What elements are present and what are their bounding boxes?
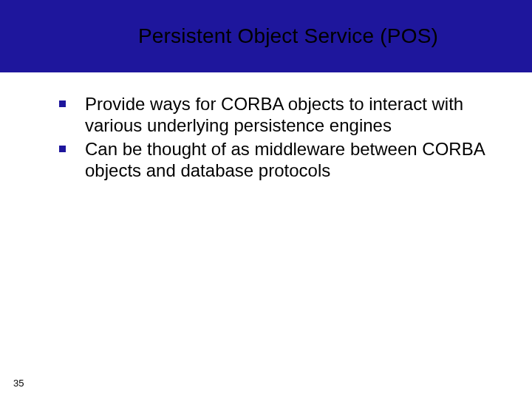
- bullet-icon: [59, 100, 66, 107]
- list-item: Provide ways for CORBA objects to intera…: [59, 93, 502, 137]
- bullet-text: Provide ways for CORBA objects to intera…: [85, 93, 502, 137]
- list-item: Can be thought of as middleware between …: [59, 138, 502, 182]
- title-band: Persistent Object Service (POS): [0, 0, 532, 72]
- slide-title: Persistent Object Service (POS): [138, 24, 438, 48]
- slide-number: 35: [13, 378, 24, 389]
- content-area: Provide ways for CORBA objects to intera…: [0, 72, 532, 181]
- bullet-text: Can be thought of as middleware between …: [85, 138, 502, 182]
- bullet-icon: [59, 146, 66, 152]
